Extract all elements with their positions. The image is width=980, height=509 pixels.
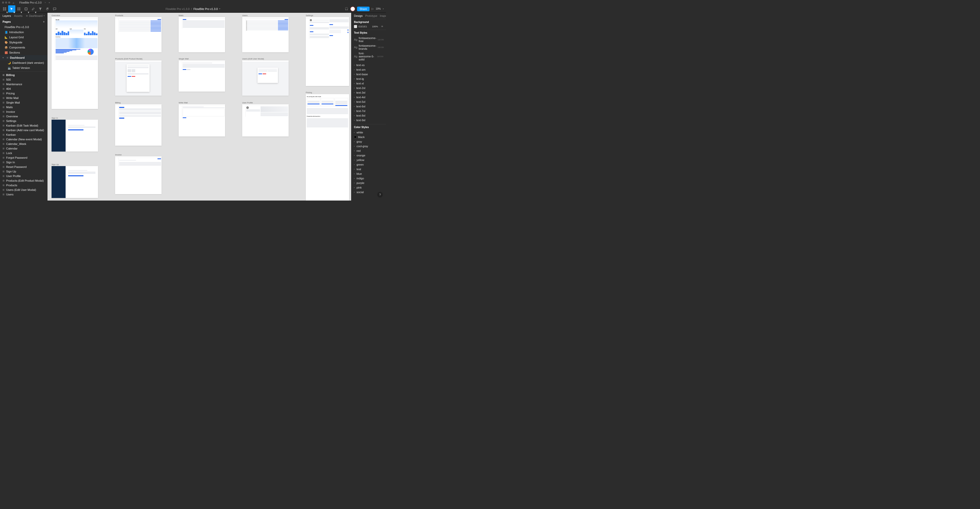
- layer-row[interactable]: ⊞Kanban (Add new card Modal): [0, 128, 47, 132]
- frame-label-billing[interactable]: Billing: [115, 102, 162, 104]
- color-style[interactable]: black: [354, 135, 383, 139]
- tab-inspect[interactable]: Inspect: [380, 14, 386, 17]
- color-style[interactable]: ▸green: [354, 162, 383, 167]
- tab-prototype[interactable]: Prototype: [365, 14, 377, 17]
- layer-row[interactable]: ⊞Mails: [0, 105, 47, 110]
- page-item[interactable]: 💻Tablet Version: [0, 65, 47, 70]
- layer-row[interactable]: ⊞Billing: [0, 73, 47, 77]
- text-style-size[interactable]: ▸text-8xl: [354, 113, 383, 118]
- artboard-single-mail[interactable]: [179, 60, 225, 92]
- chevron-down-icon[interactable]: ▾: [383, 8, 384, 10]
- layer-row[interactable]: ⊞Users (Edit User Modal): [0, 188, 47, 192]
- text-style-font[interactable]: Agfontawesome-brands18/150: [354, 43, 383, 51]
- eye-icon[interactable]: 👁: [381, 25, 383, 28]
- color-style[interactable]: ▸blue: [354, 172, 383, 176]
- text-style-size[interactable]: ▸text-lg: [354, 76, 383, 81]
- present-icon[interactable]: ▷: [372, 7, 374, 10]
- comment-tool[interactable]: [51, 5, 58, 13]
- color-style[interactable]: ▸pink: [354, 185, 383, 190]
- page-dashboard[interactable]: ▾ ⊞ Dashboard: [0, 55, 47, 60]
- add-page-icon[interactable]: +: [43, 20, 45, 23]
- text-style-size[interactable]: ▸text-xs: [354, 63, 383, 67]
- layer-row[interactable]: ⊞Calendar (New event Modal): [0, 137, 47, 142]
- layer-row[interactable]: ⊞Sign In: [0, 160, 47, 165]
- hand-tool[interactable]: [44, 5, 51, 13]
- avatar[interactable]: [350, 6, 355, 11]
- layer-row[interactable]: ⊞Pricing: [0, 91, 47, 96]
- layer-row[interactable]: ⊞Maintenance: [0, 82, 47, 86]
- text-style-size[interactable]: ▸text-sm: [354, 67, 383, 72]
- color-style[interactable]: ▸indigo: [354, 176, 383, 181]
- artboard-signup[interactable]: [52, 166, 98, 198]
- close-tab-icon[interactable]: ×: [45, 1, 46, 4]
- layer-row[interactable]: ⊞Products-(Edit Product Modal): [0, 178, 47, 183]
- frame-label-mails[interactable]: Mails: [179, 14, 225, 17]
- text-style-size[interactable]: ▸text-2xl: [354, 86, 383, 90]
- page-item[interactable]: 🌙Dashboard (dark version): [0, 60, 47, 65]
- color-style[interactable]: ▸orange: [354, 153, 383, 157]
- help-button[interactable]: ?: [377, 192, 383, 197]
- page-item[interactable]: 📐Layout Grid: [0, 35, 47, 40]
- color-style[interactable]: ▸teal: [354, 167, 383, 172]
- frame-label-user-profile[interactable]: User Profile: [242, 102, 289, 104]
- layer-row[interactable]: ⊞Kanban: [0, 132, 47, 137]
- color-style[interactable]: ▸red: [354, 148, 383, 153]
- bg-opacity[interactable]: 100%: [372, 25, 378, 28]
- tab-layers[interactable]: Layers: [3, 14, 11, 17]
- text-style-font[interactable]: Agfont-awesome-5-solid18/150: [354, 51, 383, 62]
- page-selector[interactable]: ⊞Dashboard▾: [26, 14, 45, 17]
- artboard-mails[interactable]: [179, 17, 225, 52]
- pen-tool[interactable]: ▾: [30, 5, 37, 13]
- frame-label-invoice[interactable]: Invoice: [115, 154, 162, 156]
- layer-row[interactable]: ⊞Write Mail: [0, 96, 47, 100]
- zoom-level[interactable]: 19%: [375, 7, 381, 10]
- text-style-size[interactable]: ▸text-6xl: [354, 104, 383, 109]
- layer-row[interactable]: ⊞Kanban (Edit Task Modal): [0, 123, 47, 128]
- layer-row[interactable]: ⊞Calendar: [0, 146, 47, 151]
- headphones-icon[interactable]: 🎧: [345, 7, 348, 10]
- bg-hex[interactable]: E1E1E1: [359, 25, 367, 28]
- artboard-settings[interactable]: [306, 17, 349, 86]
- frame-label-overview[interactable]: Overview: [52, 14, 98, 17]
- tab-design[interactable]: Design: [354, 14, 363, 17]
- color-style[interactable]: ▸cool-gray: [354, 144, 383, 148]
- artboard-users[interactable]: [242, 17, 289, 52]
- layer-row[interactable]: ⊞500: [0, 77, 47, 82]
- text-style-size[interactable]: ▸text-xl: [354, 81, 383, 86]
- frame-label-write-mail[interactable]: Write Mail: [179, 102, 225, 104]
- home-icon[interactable]: ⌂: [13, 1, 14, 4]
- share-button[interactable]: Share: [357, 6, 369, 11]
- artboard-signin[interactable]: [52, 120, 98, 151]
- text-style-size[interactable]: ▸text-base: [354, 72, 383, 76]
- breadcrumb[interactable]: Flowbite Pro v1.3.0 / FlowBite Pro v1.3.…: [165, 7, 221, 10]
- chevron-down-icon[interactable]: ▾: [219, 8, 220, 10]
- color-style[interactable]: ▸yellow: [354, 157, 383, 162]
- artboard-users-modal[interactable]: [242, 60, 289, 96]
- artboard-products[interactable]: [115, 17, 162, 52]
- color-style[interactable]: ▸purple: [354, 181, 383, 185]
- page-item[interactable]: 🎨Styleguide: [0, 40, 47, 45]
- bg-swatch[interactable]: [354, 25, 357, 28]
- layer-row[interactable]: ⊞Users: [0, 192, 47, 197]
- layer-row[interactable]: ⊞Forgot Password: [0, 155, 47, 160]
- text-style-size[interactable]: ▸text-5xl: [354, 100, 383, 104]
- tab-assets[interactable]: Assets: [14, 14, 22, 17]
- page-item[interactable]: 📦Components: [0, 45, 47, 50]
- layer-row[interactable]: ⊞404: [0, 86, 47, 91]
- frame-label-users-modal[interactable]: Users (Edit User Modal): [242, 58, 289, 60]
- artboard-invoice[interactable]: [115, 156, 162, 194]
- artboard-write-mail[interactable]: [179, 104, 225, 137]
- frame-label-single-mail[interactable]: Single Mail: [179, 58, 225, 60]
- new-tab-icon[interactable]: +: [48, 1, 50, 4]
- frame-label-pricing[interactable]: Pricing: [306, 91, 349, 94]
- frame-label-settings[interactable]: Settings: [306, 14, 349, 17]
- frame-label-signin[interactable]: Sign In: [52, 117, 98, 119]
- page-item[interactable]: 🧱Sections: [0, 50, 47, 55]
- artboard-overview[interactable]: $45,385 5,987 8,438 9758 United States: [52, 17, 98, 109]
- page-item[interactable]: 📘Introduction: [0, 30, 47, 35]
- layer-row[interactable]: ⊞Overview: [0, 114, 47, 119]
- layer-row[interactable]: ⊞Single Mail: [0, 100, 47, 105]
- text-style-size[interactable]: ▸text-4xl: [354, 95, 383, 100]
- frame-label-products-modal[interactable]: Products-(Edit Product Modal): [115, 58, 162, 60]
- move-tool[interactable]: ▾: [8, 5, 15, 13]
